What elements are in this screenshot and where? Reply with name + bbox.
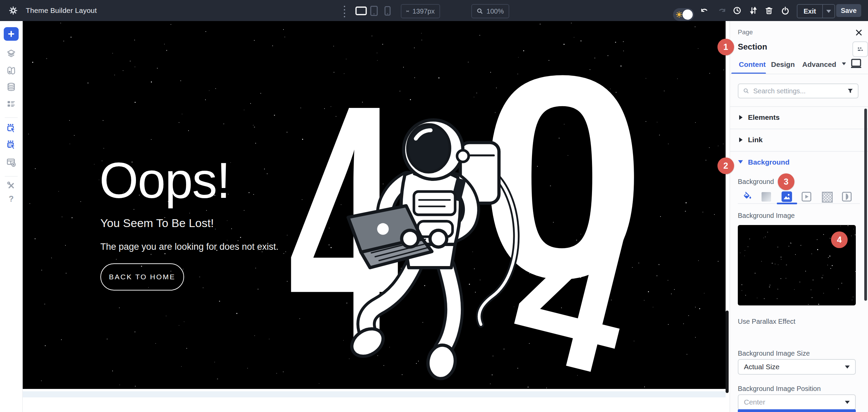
caret-right-icon: [739, 137, 743, 142]
hero-subheading[interactable]: You Seem To Be Lost!: [100, 217, 214, 230]
sidebar-layers-button[interactable]: [0, 49, 22, 58]
bg-type-mask-button[interactable]: [842, 192, 852, 202]
panel-scrollbar[interactable]: [864, 109, 867, 301]
tab-advanced[interactable]: Advanced: [802, 60, 836, 69]
sidebar-database-button[interactable]: [0, 82, 22, 92]
canvas-width-value: 1397px: [412, 7, 435, 15]
top-toolbar: Theme Builder Layout 1397px 100%: [0, 0, 868, 21]
section-background-label: Background: [748, 158, 790, 166]
sidebar-rows-button[interactable]: [0, 99, 22, 109]
digit-4-right: 4: [520, 219, 628, 366]
page-title: Theme Builder Layout: [26, 6, 97, 15]
dock-handle-icon: [857, 46, 864, 53]
undo-icon[interactable]: [700, 6, 709, 15]
app-window: Theme Builder Layout 1397px 100%: [0, 0, 868, 412]
pointer-box-filled-icon: [6, 139, 16, 150]
width-arrows-icon: [406, 7, 409, 15]
tools-icon: [6, 181, 16, 190]
builder-canvas[interactable]: 4 0 4: [22, 21, 726, 389]
plus-icon: [4, 27, 19, 41]
desktop-view-icon[interactable]: [355, 6, 367, 15]
bg-type-image-button[interactable]: [782, 191, 792, 202]
next-control-highlight: [738, 409, 856, 412]
settings-gear-icon[interactable]: [9, 6, 18, 15]
bg-image-position-dropdown[interactable]: Center: [738, 394, 856, 410]
search-icon: [743, 88, 749, 94]
dock-handle-button[interactable]: [852, 41, 868, 57]
swatches-icon: [6, 65, 16, 75]
canvas-scrollbar[interactable]: [726, 311, 729, 393]
bg-image-position-value: Center: [744, 398, 765, 406]
section-elements[interactable]: Elements: [730, 106, 868, 129]
section-elements-label: Elements: [748, 113, 780, 121]
astronaut-illustration: [338, 83, 531, 389]
bg-type-color-button[interactable]: [742, 191, 752, 202]
caret-down-icon: [826, 10, 831, 13]
bg-type-video-button[interactable]: [802, 192, 811, 202]
caret-right-icon: [739, 115, 743, 120]
add-module-button[interactable]: [0, 27, 22, 41]
bg-type-pattern-button[interactable]: [822, 192, 833, 203]
settings-panel: Page Section Content Design Advanced: [730, 21, 868, 412]
sidebar-pointer-button[interactable]: [0, 123, 22, 133]
sidebar-tools-button[interactable]: [0, 181, 22, 190]
save-button[interactable]: Save: [836, 4, 861, 17]
sidebar-help-button[interactable]: ?: [0, 194, 22, 204]
filter-funnel-icon[interactable]: [847, 88, 853, 94]
phone-view-icon[interactable]: [384, 6, 391, 16]
light-mode-toggle[interactable]: [673, 8, 694, 21]
layers-icon: [6, 49, 16, 58]
sidebar-pointer-filled-button[interactable]: [0, 139, 22, 150]
section-background[interactable]: Background: [730, 151, 868, 173]
close-button[interactable]: [855, 29, 863, 37]
parallax-label: Use Parallax Effect: [738, 318, 795, 325]
next-section-strip: [22, 391, 726, 397]
power-icon[interactable]: [781, 6, 790, 15]
annotation-badge-2: 2: [717, 157, 734, 174]
trash-icon[interactable]: [765, 6, 773, 15]
sort-arrows-icon[interactable]: [749, 6, 758, 15]
sidebar-divider: [5, 117, 18, 118]
database-icon: [6, 82, 16, 92]
paint-bucket-icon: [742, 191, 752, 202]
drag-dots-icon[interactable]: [344, 6, 345, 17]
bg-image-size-dropdown[interactable]: Actual Size: [738, 359, 856, 375]
bg-image-size-label: Background Image Size: [738, 350, 810, 357]
sidebar-swatches-button[interactable]: [0, 65, 22, 75]
divider: [730, 74, 868, 74]
back-to-home-button[interactable]: BACK TO HOME: [100, 263, 184, 291]
breadcrumb[interactable]: Page: [738, 29, 753, 36]
bg-type-gradient-button[interactable]: [762, 192, 771, 202]
annotation-badge-3: 3: [778, 173, 794, 190]
hero-body-text[interactable]: The page you are looking for does not ex…: [100, 242, 278, 252]
tablet-view-icon[interactable]: [370, 6, 378, 16]
close-icon: [855, 29, 863, 37]
bg-type-track: [738, 203, 860, 204]
caret-down-icon: [845, 366, 850, 369]
annotation-badge-4: 4: [831, 231, 848, 248]
bg-image-position-label: Background Image Position: [738, 385, 821, 393]
tab-design[interactable]: Design: [771, 60, 795, 69]
tabs-caret-icon[interactable]: [842, 62, 846, 65]
canvas-width-control[interactable]: 1397px: [401, 4, 440, 18]
preview-monitor-icon[interactable]: [850, 58, 862, 69]
sun-icon: [676, 11, 683, 18]
sidebar-layout-button[interactable]: [0, 157, 22, 167]
bg-image-size-value: Actual Size: [744, 363, 780, 371]
redo-icon[interactable]: [718, 6, 727, 15]
search-input[interactable]: [753, 87, 844, 95]
settings-search: [738, 83, 859, 98]
caret-down-icon: [845, 401, 850, 404]
background-image-label: Background Image: [738, 212, 795, 220]
toggle-knob: [683, 10, 693, 20]
section-link[interactable]: Link: [730, 129, 868, 151]
video-icon: [802, 192, 811, 202]
section-link-label: Link: [748, 136, 763, 144]
history-clock-icon[interactable]: [733, 6, 742, 15]
hero-heading[interactable]: Oops!: [99, 155, 230, 206]
exit-caret-button[interactable]: [823, 10, 834, 13]
tab-content[interactable]: Content: [739, 60, 766, 69]
element-title: Section: [738, 42, 767, 52]
zoom-control[interactable]: 100%: [471, 4, 509, 18]
exit-button[interactable]: Exit: [797, 7, 822, 15]
